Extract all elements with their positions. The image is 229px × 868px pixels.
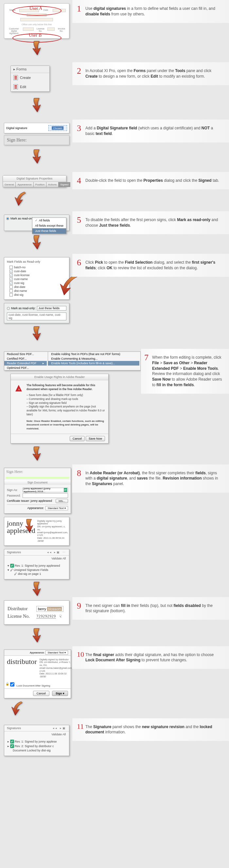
tab-signed[interactable]: Signed — [59, 182, 70, 187]
unsigned-line[interactable]: Unsigned Signature Fields — [14, 568, 48, 571]
usage-rights-dialog: Enable Usage Rights in Adobe Reader The … — [10, 374, 109, 443]
pointer-cursor-icon: ☟ — [59, 614, 62, 619]
field-item[interactable]: dist-date — [7, 285, 66, 289]
checkbox-icon[interactable] — [9, 285, 13, 288]
sign-here-label: Sign Here: — [4, 135, 69, 145]
properties-tabs: General Appearance Position Actions Sign… — [3, 182, 66, 187]
sign-button[interactable]: Sign ▾ — [52, 691, 68, 696]
field-selection-title: Mark Fields as Read-only — [7, 260, 66, 264]
step-number: 8 — [77, 468, 81, 478]
digital-signature-field: Digital signature Chosen — [4, 123, 69, 133]
sign-cancel-button[interactable]: Cancel — [33, 691, 50, 696]
usage-cancel-button[interactable]: Cancel — [70, 436, 85, 441]
mark-readonly-radio[interactable] — [6, 217, 9, 220]
issuer-value: jonny appleseed — [31, 499, 52, 502]
readonly-summary: cust-date, cust-license, cust-name, cust… — [7, 312, 66, 320]
digsig-field-handle[interactable]: Chosen — [48, 125, 67, 131]
opt-all-except[interactable]: All fields except these — [32, 223, 66, 228]
readonly-mode-select[interactable]: Just these fields — [37, 306, 66, 311]
opt-just-these[interactable]: Just these fields — [32, 228, 66, 234]
validate-all-link2[interactable]: Validate All — [4, 732, 69, 737]
step-number: 1 — [77, 4, 81, 14]
unsigned-field-line[interactable]: dist-sig on page 1 — [18, 572, 41, 576]
locked-line: Document Locked by dist-sig — [13, 749, 51, 752]
menu-certified[interactable]: Certified PDF... — [4, 356, 47, 361]
save-as-menu: Reduced Size PDF... Certified PDF... Rea… — [4, 351, 141, 370]
appearance-select[interactable]: Standard Text ▾ — [45, 506, 68, 510]
menu-optimized[interactable]: Optimized PDF... — [4, 366, 47, 370]
step-number: 4 — [77, 176, 81, 186]
field-item[interactable]: ✓cust-license — [7, 273, 66, 277]
distributor-input[interactable]: berry blossom — [36, 606, 63, 612]
step-text: The Signature panel shows the new signat… — [86, 724, 219, 735]
field-item[interactable]: batch-no — [7, 265, 66, 269]
password-label: Password: — [7, 494, 21, 497]
readonly-label2: Mark as read-only: — [11, 307, 36, 310]
tab-appearance[interactable]: Appearance — [16, 182, 33, 187]
step-text: Click Pick to open the Field Selection d… — [86, 260, 219, 271]
label-sig: Customer digital signature — [7, 28, 21, 34]
create-item[interactable]: Create — [11, 73, 50, 82]
distributor-sig-name: distributor — [7, 658, 37, 678]
readonly-radio[interactable] — [7, 307, 10, 310]
adobe-icon — [14, 383, 23, 393]
validate-all-link[interactable]: Validate All — [4, 556, 69, 561]
field-item[interactable]: dist-name — [7, 289, 66, 293]
sign-document-title: Sign Document — [4, 480, 71, 485]
info-button[interactable]: Info... — [56, 499, 68, 503]
rev1-line[interactable]: Rev. 1: Signed by jonny appleseed — [15, 564, 60, 567]
checkbox-icon[interactable] — [9, 266, 13, 269]
menu-reduced[interactable]: Reduced Size PDF... — [4, 352, 47, 356]
edit-item[interactable]: Edit — [11, 82, 50, 91]
usage-item: Save form data (for a fillable PDF form … — [27, 393, 105, 397]
digsig-label: Digital signature — [6, 126, 28, 130]
checkbox-icon[interactable] — [9, 293, 13, 297]
field-item[interactable]: dist-sig — [7, 293, 66, 297]
sign-as-label: Sign As: — [7, 488, 21, 492]
valid-badge-icon: ✔ — [10, 744, 14, 748]
down-arrow-icon — [30, 445, 43, 462]
forms-panel-header[interactable]: ▸ Forms — [11, 66, 50, 73]
step-text: Add a Digital Signature field (which use… — [86, 125, 219, 136]
submenu-add-text[interactable]: Enable Adding Text in PDFs (that are not… — [48, 352, 139, 356]
field-item[interactable]: ✓cust-name — [7, 277, 66, 281]
appearance-select2[interactable]: Standard Text ▾ — [45, 651, 68, 655]
signatures-panel-final: Signatures◂◂ ▸▣ Validate All ▸ ✔ Rev. 1:… — [4, 725, 69, 756]
down-arrow-icon — [14, 191, 27, 207]
tab-position[interactable]: Position — [34, 182, 46, 187]
checkbox-icon[interactable] — [9, 289, 13, 292]
checkbox-icon[interactable]: ✓ — [9, 274, 13, 277]
checkbox-icon[interactable]: ✓ — [9, 277, 13, 281]
lock-after-sign-checkbox[interactable] — [10, 682, 14, 686]
submenu-commenting[interactable]: Enable Commenting & Measuring... — [48, 356, 139, 361]
mark-readonly-control: Mark as read-only: All fields All fields… — [4, 215, 69, 231]
opt-all-fields[interactable]: All fields — [32, 218, 66, 223]
field-item[interactable]: ✓cust-date — [7, 269, 66, 273]
password-input[interactable] — [23, 493, 68, 498]
label-name: Name — [7, 9, 17, 12]
rev2-final[interactable]: Rev. 2: Signed by distributor c — [15, 745, 54, 748]
label-invoice: Invoice No. — [57, 28, 66, 34]
rev1-final[interactable]: Rev. 1: Signed by jonny applese — [15, 740, 57, 743]
step-number: 3 — [77, 123, 81, 133]
usage-item: Digitally sign the document anywhere on … — [27, 405, 105, 416]
readonly-mode-menu[interactable]: All fields All fields except these Just … — [32, 217, 66, 234]
step-text: When the form editing is complete, click… — [152, 355, 224, 388]
checkbox-icon[interactable]: ✓ — [9, 270, 13, 273]
final-sign-dialog: Appearance: Standard Text ▾ distributor … — [4, 650, 71, 698]
menu-reader-extended[interactable]: Reader Extended PDF ▸ — [4, 361, 47, 366]
sign-document-dialog: Sign Here: Sign Document Sign As: jonny … — [4, 468, 71, 514]
submenu-enable-more[interactable]: Enable More Tools (includes form fill-in… — [48, 361, 139, 366]
usage-title: Enable Usage Rights in Adobe Reader — [11, 374, 108, 380]
usage-save-now-button[interactable]: Save Now — [86, 436, 105, 441]
checkbox-icon[interactable]: ✓ — [9, 281, 13, 285]
field-item[interactable]: ✓cust-sig — [7, 281, 66, 285]
tab-general[interactable]: General — [3, 182, 16, 187]
tab-actions[interactable]: Actions — [46, 182, 59, 187]
left-swoop-arrow-icon — [59, 274, 78, 297]
signature-preview: jonny appleseed Digitally signed by jonn… — [4, 517, 69, 546]
step-text: In Acrobat XI Pro, open the Forms panel … — [86, 68, 219, 79]
signatures-panel: Signatures◂◂ ▸▣ ⋯ Validate All ▾ ✔ Rev. … — [4, 549, 69, 580]
sign-as-combo[interactable]: jonny appleseed (jonny appleseed) 2018..… — [23, 488, 68, 492]
step-text: Double-click the field to open the Prope… — [86, 178, 219, 183]
